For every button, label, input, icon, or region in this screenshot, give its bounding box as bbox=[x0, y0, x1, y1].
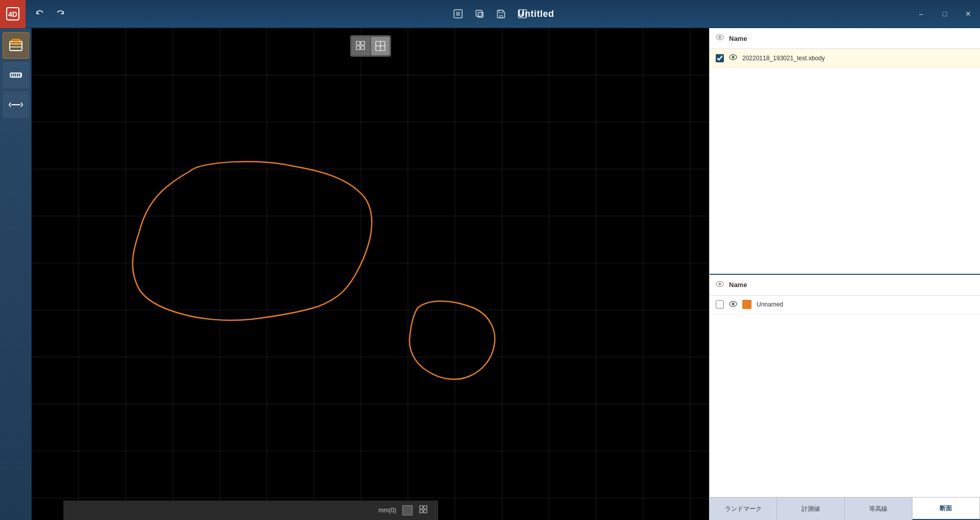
object-color-swatch bbox=[742, 300, 751, 309]
svg-rect-18 bbox=[356, 41, 360, 45]
panel-bottom-body: Unnamed bbox=[710, 296, 980, 498]
panel-top-col-name: Name bbox=[729, 35, 747, 42]
main-layout: mm(0) Name bbox=[0, 28, 980, 520]
svg-rect-6 bbox=[478, 12, 483, 17]
object-name: Unnamed bbox=[757, 301, 974, 308]
sidebar-btn-compare[interactable] bbox=[3, 91, 29, 118]
canvas-area[interactable]: mm(0) bbox=[32, 28, 709, 520]
select-tool-button[interactable] bbox=[449, 5, 467, 23]
eye-col-icon bbox=[716, 33, 724, 43]
maximize-button[interactable]: □ bbox=[933, 0, 956, 28]
svg-rect-7 bbox=[499, 15, 503, 17]
save-tool-button[interactable] bbox=[492, 5, 510, 23]
grid-small-button[interactable] bbox=[352, 37, 370, 55]
panel-top-body: 20220118_193021_test.xbody bbox=[710, 49, 980, 274]
tab-landmark[interactable]: ランドマーク bbox=[710, 498, 777, 520]
right-panel: Name 20220118_193021_test.xbody bbox=[709, 28, 980, 520]
window-controls: – □ ✕ bbox=[909, 0, 980, 28]
minimize-button[interactable]: – bbox=[909, 0, 933, 28]
svg-rect-20 bbox=[356, 46, 360, 50]
svg-rect-21 bbox=[361, 46, 364, 50]
app-logo: 4D bbox=[0, 0, 26, 28]
svg-point-34 bbox=[719, 282, 721, 285]
canvas-toolbar bbox=[350, 35, 391, 57]
tab-contour[interactable]: 等高線 bbox=[845, 498, 913, 520]
window-title: Untitled bbox=[518, 9, 554, 19]
file-row: 20220118_193021_test.xbody bbox=[710, 49, 980, 67]
undo-button[interactable] bbox=[32, 6, 48, 22]
panel-bottom-header: Name bbox=[710, 275, 980, 296]
panel-bottom-col-name: Name bbox=[729, 281, 747, 289]
panel-bottom: Name Unnamed ランドマーク bbox=[710, 275, 980, 521]
titlebar: 4D bbox=[0, 0, 980, 28]
tab-section[interactable]: 断面 bbox=[913, 498, 980, 520]
grid-large-button[interactable] bbox=[371, 37, 390, 55]
svg-rect-11 bbox=[12, 39, 20, 44]
undo-redo-group bbox=[32, 6, 69, 22]
panel-top: Name 20220118_193021_test.xbody bbox=[710, 28, 980, 275]
status-bar: mm(0) bbox=[63, 501, 438, 520]
redo-button[interactable] bbox=[52, 6, 69, 22]
svg-point-32 bbox=[732, 56, 735, 59]
sidebar-btn-measure[interactable] bbox=[3, 62, 29, 88]
copy-tool-button[interactable] bbox=[470, 5, 489, 23]
grid-settings-icon[interactable] bbox=[419, 505, 430, 516]
unit-square[interactable] bbox=[402, 505, 413, 515]
file-eye-icon[interactable] bbox=[729, 53, 737, 63]
object-row: Unnamed bbox=[710, 296, 980, 314]
svg-point-36 bbox=[732, 302, 735, 305]
svg-rect-19 bbox=[361, 41, 364, 45]
svg-text:4D: 4D bbox=[8, 10, 17, 18]
panel-top-header: Name bbox=[710, 28, 980, 49]
object-checkbox[interactable] bbox=[716, 300, 724, 309]
left-sidebar bbox=[0, 28, 32, 520]
main-canvas[interactable] bbox=[32, 28, 709, 520]
svg-rect-26 bbox=[424, 506, 427, 509]
tab-measure[interactable]: 計測値 bbox=[777, 498, 845, 520]
unit-label: mm(0) bbox=[378, 507, 396, 514]
object-eye-icon[interactable] bbox=[729, 300, 737, 310]
svg-rect-25 bbox=[420, 506, 423, 509]
file-checkbox[interactable] bbox=[716, 54, 724, 62]
svg-rect-27 bbox=[420, 510, 423, 513]
file-name: 20220118_193021_test.xbody bbox=[742, 55, 974, 62]
sidebar-btn-3dview[interactable] bbox=[3, 32, 29, 59]
bottom-tabs: ランドマーク 計測値 等高線 断面 bbox=[710, 497, 980, 520]
eye-col-icon-2 bbox=[716, 280, 724, 290]
close-button[interactable]: ✕ bbox=[956, 0, 980, 28]
svg-rect-28 bbox=[424, 510, 427, 513]
svg-point-30 bbox=[719, 36, 721, 39]
svg-rect-4 bbox=[456, 12, 460, 16]
